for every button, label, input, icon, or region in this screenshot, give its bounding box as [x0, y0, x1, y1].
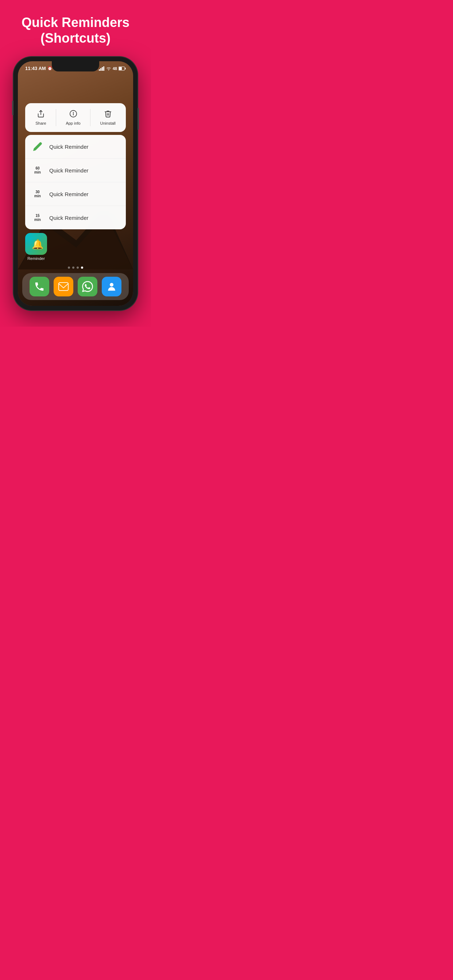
app-icon-label: Reminder — [27, 256, 45, 261]
pencil-shortcut-icon — [31, 140, 44, 153]
time-display: 11:43 AM — [25, 65, 46, 71]
svg-rect-15 — [59, 283, 68, 291]
divider-2 — [90, 109, 91, 126]
15min-icon: 15 min — [31, 211, 44, 224]
svg-rect-7 — [125, 67, 126, 69]
svg-text:🔔: 🔔 — [32, 239, 43, 250]
page-dot-1 — [68, 267, 70, 269]
status-time: 11:43 AM ⏰ — [25, 65, 53, 71]
page-dots — [18, 267, 133, 269]
battery-indicator: 48 — [113, 66, 117, 71]
title-line2: (Shortcuts) — [40, 30, 110, 46]
context-menu-area: Share App info — [18, 96, 133, 229]
reminder-app-icon: 🔔 — [25, 233, 47, 255]
page-dot-3 — [77, 267, 79, 269]
shortcut-label-15: Quick Reminder — [49, 215, 89, 221]
uninstall-action[interactable]: Uninstall — [95, 108, 121, 127]
app-info-action[interactable]: App info — [61, 108, 85, 127]
share-action[interactable]: Share — [30, 108, 51, 127]
shortcut-label-quick: Quick Reminder — [49, 144, 89, 150]
phone-notch — [52, 61, 99, 72]
uninstall-icon — [104, 110, 112, 119]
share-label: Share — [35, 121, 46, 126]
shortcut-item-30[interactable]: 30 min Quick Reminder — [25, 182, 126, 206]
uninstall-label: Uninstall — [100, 121, 116, 126]
shortcut-item-quick[interactable]: Quick Reminder — [25, 135, 126, 159]
info-icon — [69, 110, 77, 119]
page-title: Quick Reminders (Shortcuts) — [11, 0, 140, 57]
wifi-icon — [106, 66, 111, 71]
svg-point-16 — [110, 283, 113, 286]
battery-icon — [118, 66, 126, 71]
shortcut-item-60[interactable]: 60 min Quick Reminder — [25, 159, 126, 182]
app-icon-row: 🔔 Reminder — [18, 233, 133, 261]
shortcut-label-60: Quick Reminder — [49, 167, 89, 173]
phone-device: 11:43 AM ⏰ 48 — [13, 57, 137, 310]
page-dot-2 — [72, 267, 74, 269]
dock-phone[interactable] — [30, 277, 49, 296]
app-icon-wrapper[interactable]: 🔔 Reminder — [25, 233, 47, 261]
30min-icon: 30 min — [31, 188, 44, 200]
phone-screen: 11:43 AM ⏰ 48 — [18, 61, 133, 306]
dock-whatsapp[interactable] — [78, 277, 97, 296]
shortcut-menu: Quick Reminder 60 min Quick Reminder — [25, 135, 126, 229]
shortcut-item-15[interactable]: 15 min Quick Reminder — [25, 206, 126, 229]
dock-mail[interactable] — [54, 277, 73, 296]
dock — [22, 273, 129, 300]
svg-rect-2 — [99, 69, 100, 71]
share-icon — [37, 110, 45, 119]
app-actions-menu: Share App info — [25, 103, 126, 132]
alarm-icon: ⏰ — [48, 66, 53, 71]
title-line1: Quick Reminders — [22, 15, 129, 30]
shortcut-label-30: Quick Reminder — [49, 191, 89, 197]
svg-rect-5 — [103, 66, 104, 71]
status-icons: 48 — [99, 66, 126, 71]
divider-1 — [56, 109, 56, 126]
page-dot-4-active — [81, 267, 83, 269]
app-info-label: App info — [65, 121, 80, 126]
svg-rect-4 — [102, 67, 103, 71]
60min-icon: 60 min — [31, 164, 44, 177]
svg-rect-3 — [100, 68, 101, 71]
signal-icon — [99, 66, 105, 71]
svg-rect-8 — [119, 67, 122, 70]
dock-contacts[interactable] — [102, 277, 121, 296]
